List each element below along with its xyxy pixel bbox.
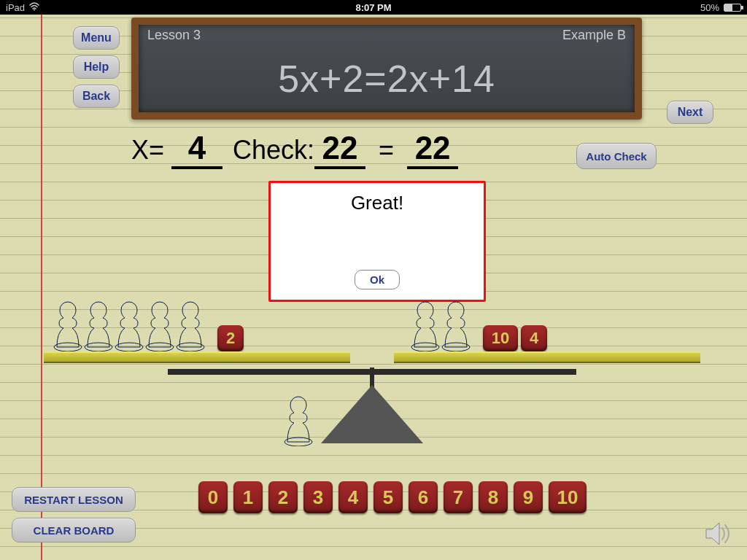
- clock: 8:07 PM: [355, 2, 391, 13]
- menu-button[interactable]: Menu: [73, 26, 120, 50]
- number-token[interactable]: 10: [483, 325, 518, 351]
- pawn[interactable]: [83, 299, 114, 351]
- equation-text: 5x+2=2x+14: [139, 57, 635, 101]
- ios-status-bar: iPad 8:07 PM 50%: [0, 0, 747, 15]
- number-token[interactable]: 3: [303, 481, 333, 513]
- number-token[interactable]: 4: [338, 481, 368, 513]
- battery-icon: [724, 4, 741, 12]
- spare-pawn[interactable]: [283, 394, 314, 446]
- help-button[interactable]: Help: [73, 55, 120, 79]
- battery-pct: 50%: [700, 2, 719, 13]
- number-token[interactable]: 2: [217, 325, 244, 351]
- svg-point-1: [34, 9, 35, 10]
- number-token[interactable]: 4: [521, 325, 547, 351]
- next-button[interactable]: Next: [667, 101, 713, 124]
- solution-row: X= 4 Check: 22 = 22: [131, 130, 584, 169]
- pawn[interactable]: [53, 299, 83, 351]
- number-token[interactable]: 9: [514, 481, 543, 513]
- equals-sign: =: [365, 135, 407, 166]
- left-pan: [44, 351, 350, 363]
- check-lhs[interactable]: 22: [314, 130, 365, 169]
- number-token[interactable]: 8: [479, 481, 508, 513]
- restart-lesson-button[interactable]: RESTART LESSON: [12, 487, 136, 512]
- number-token[interactable]: 5: [374, 481, 403, 513]
- right-pan: [394, 351, 700, 363]
- number-strip: 012345678910: [196, 481, 587, 513]
- balance-scale: 2 104: [44, 299, 700, 452]
- check-rhs[interactable]: 22: [407, 130, 458, 169]
- right-pan-content[interactable]: 104: [410, 299, 547, 351]
- pawn[interactable]: [175, 299, 206, 351]
- device-label: iPad: [6, 2, 25, 13]
- pawn[interactable]: [441, 299, 471, 351]
- ok-button[interactable]: Ok: [355, 270, 400, 289]
- auto-check-button[interactable]: Auto Check: [576, 143, 657, 169]
- lesson-label: Lesson 3: [147, 28, 201, 43]
- pawn[interactable]: [114, 299, 144, 351]
- speaker-icon[interactable]: [705, 521, 734, 547]
- pawn[interactable]: [144, 299, 175, 351]
- fulcrum: [321, 385, 423, 443]
- number-token[interactable]: 10: [549, 481, 587, 513]
- back-button[interactable]: Back: [73, 85, 120, 108]
- feedback-modal: Great! Ok: [268, 181, 486, 302]
- number-token[interactable]: 1: [233, 481, 263, 513]
- feedback-message: Great!: [351, 192, 403, 214]
- left-pan-content[interactable]: 2: [53, 299, 244, 351]
- number-token[interactable]: 7: [444, 481, 473, 513]
- wifi-icon: [29, 2, 39, 13]
- chalkboard: Lesson 3 Example B 5x+2=2x+14: [131, 18, 642, 120]
- number-token[interactable]: 0: [198, 481, 228, 513]
- x-value[interactable]: 4: [171, 130, 222, 169]
- x-equals-label: X=: [131, 135, 164, 166]
- example-label: Example B: [562, 28, 626, 43]
- number-token[interactable]: 6: [409, 481, 438, 513]
- pawn[interactable]: [410, 299, 441, 351]
- clear-board-button[interactable]: CLEAR BOARD: [12, 518, 136, 542]
- number-token[interactable]: 2: [268, 481, 298, 513]
- check-label: Check:: [233, 135, 314, 166]
